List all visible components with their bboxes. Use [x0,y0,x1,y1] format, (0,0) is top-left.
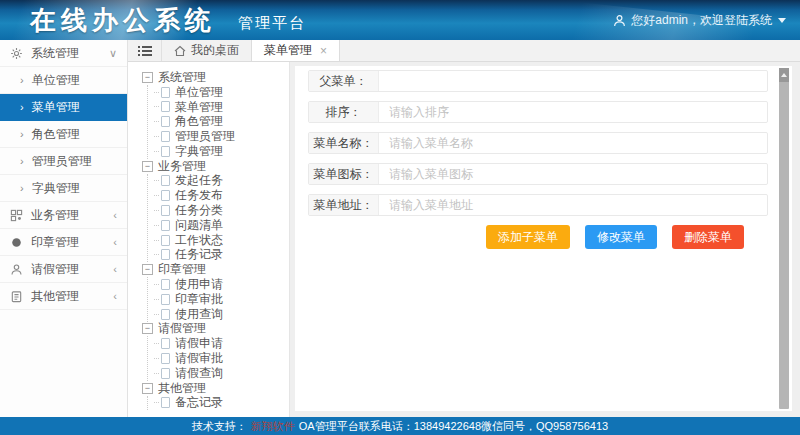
tree-group-system-mgmt[interactable]: − 系统管理 [142,70,289,85]
sidebar-item-leave-mgmt[interactable]: 请假管理 ‹ [0,256,127,283]
arrow-right-icon: › [20,74,24,86]
sidebar-item-label: 字典管理 [32,180,117,197]
sidebar-nav: 系统管理 ∨ › 单位管理 › 菜单管理 › 角色管理 › 管理员管理 › 字典… [0,40,128,417]
close-icon[interactable] [320,45,327,57]
tree-item[interactable]: 工作状态 [154,233,289,248]
sidebar-item-system-mgmt[interactable]: 系统管理 ∨ [0,40,127,67]
sidebar-item-label: 菜单管理 [32,99,117,116]
chevron-left-icon: ‹ [113,236,117,248]
add-submenu-button[interactable]: 添加子菜单 [486,225,570,249]
delete-menu-button[interactable]: 删除菜单 [672,225,744,249]
tree-item[interactable]: 角色管理 [154,114,289,129]
tree-collapse-icon[interactable]: − [142,323,153,334]
vendor-name: 新翔软件 [251,419,295,434]
file-icon [161,279,170,290]
chevron-left-icon: ‹ [113,263,117,275]
menu-name-field: 菜单名称： [308,132,768,154]
edit-menu-button[interactable]: 修改菜单 [585,225,657,249]
sort-input[interactable] [379,102,767,122]
tree-children: 备忘记录 [147,396,289,411]
menu-icon-input[interactable] [379,164,767,184]
arrow-right-icon: › [20,101,24,113]
footer-bar: 技术支持： 新翔软件 OA管理平台联系电话：13849422648微信同号，QQ… [0,417,800,435]
contact-info: OA管理平台联系电话：13849422648微信同号，QQ958756413 [299,419,608,434]
tree-group-leave-mgmt[interactable]: − 请假管理 [142,322,289,337]
app-window: 在线办公系统 管理平台 您好admin，欢迎登陆系统 系统管理 ∨ › 单位管理… [0,0,800,435]
chevron-left-icon: ‹ [113,290,117,302]
tree-collapse-icon[interactable]: − [142,383,153,394]
file-icon [161,205,170,216]
tree-item[interactable]: 印章审批 [154,292,289,307]
sidebar-item-other-mgmt[interactable]: 其他管理 ‹ [0,283,127,310]
home-icon [174,45,186,57]
collapse-icon [138,45,152,57]
tab-menu-mgmt[interactable]: 菜单管理 [251,40,340,61]
sidebar-item-business-mgmt[interactable]: 业务管理 ‹ [0,202,127,229]
field-label: 父菜单： [309,71,379,91]
tree-item[interactable]: 使用申请 [154,277,289,292]
field-label: 菜单图标： [309,164,379,184]
top-header: 在线办公系统 管理平台 您好admin，欢迎登陆系统 [0,0,800,40]
file-icon [161,338,170,349]
vertical-scrollbar[interactable] [779,68,789,409]
tree-item[interactable]: 备忘记录 [154,396,289,411]
app-subtitle: 管理平台 [238,14,306,33]
tree-item[interactable]: 单位管理 [154,85,289,100]
form-actions: 添加子菜单 修改菜单 删除菜单 [308,225,792,249]
sidebar-item-label: 系统管理 [31,45,109,62]
tree-item[interactable]: 请假审批 [154,351,289,366]
menu-edit-form: 父菜单： 排序： 菜单名称： 菜单图标： 菜单地址： 添加子菜单 修改菜单 删除… [295,66,792,411]
tree-children: 发起任务 任务发布 任务分类 问题清单 工作状态 任务记录 [147,174,289,263]
user-menu[interactable]: 您好admin，欢迎登陆系统 [613,0,786,40]
tree-item[interactable]: 任务发布 [154,188,289,203]
field-label: 排序： [309,102,379,122]
file-icon [161,146,170,157]
tree-item[interactable]: 管理员管理 [154,129,289,144]
file-icon [161,190,170,201]
file-icon [161,397,170,408]
sidebar-item-label: 单位管理 [32,72,117,89]
sidebar-item-admin-mgmt[interactable]: › 管理员管理 [0,148,127,175]
tree-item[interactable]: 字典管理 [154,144,289,159]
sidebar-item-unit-mgmt[interactable]: › 单位管理 [0,67,127,94]
sidebar-item-dict-mgmt[interactable]: › 字典管理 [0,175,127,202]
sidebar-collapse-button[interactable] [128,40,162,61]
sidebar-item-label: 业务管理 [31,207,113,224]
person-icon [10,263,23,276]
sidebar-item-seal-mgmt[interactable]: 印章管理 ‹ [0,229,127,256]
tab-my-desktop[interactable]: 我的桌面 [162,40,251,61]
tree-item[interactable]: 请假申请 [154,336,289,351]
tree-item[interactable]: 菜单管理 [154,100,289,115]
sidebar-item-label: 印章管理 [31,234,113,251]
tree-collapse-icon[interactable]: − [142,161,153,172]
tree-item[interactable]: 使用查询 [154,307,289,322]
sidebar-item-menu-mgmt[interactable]: › 菜单管理 [0,94,127,121]
parent-menu-input[interactable] [379,71,767,91]
user-icon [613,14,626,27]
sidebar-item-label: 其他管理 [31,288,113,305]
file-icon [161,309,170,320]
tree-group-business-mgmt[interactable]: − 业务管理 [142,159,289,174]
tree-group-seal-mgmt[interactable]: − 印章管理 [142,262,289,277]
parent-menu-field: 父菜单： [308,70,768,92]
scroll-up-icon[interactable] [779,68,789,82]
tree-children: 请假申请 请假审批 请假查询 [147,336,289,380]
chevron-down-icon: ∨ [109,47,117,60]
tree-item[interactable]: 发起任务 [154,174,289,189]
tree-group-other-mgmt[interactable]: − 其他管理 [142,381,289,396]
tree-collapse-icon[interactable]: − [142,72,153,83]
arrow-right-icon: › [20,155,24,167]
menu-url-input[interactable] [379,195,767,215]
tree-item[interactable]: 问题清单 [154,218,289,233]
file-icon [161,368,170,379]
sidebar-item-role-mgmt[interactable]: › 角色管理 [0,121,127,148]
file-icon [161,116,170,127]
chevron-left-icon: ‹ [113,209,117,221]
tree-collapse-icon[interactable]: − [142,264,153,275]
grid-icon [10,209,23,222]
tree-item[interactable]: 请假查询 [154,366,289,381]
tree-item[interactable]: 任务分类 [154,203,289,218]
tree-item[interactable]: 任务记录 [154,248,289,263]
menu-name-input[interactable] [379,133,767,153]
arrow-right-icon: › [20,182,24,194]
